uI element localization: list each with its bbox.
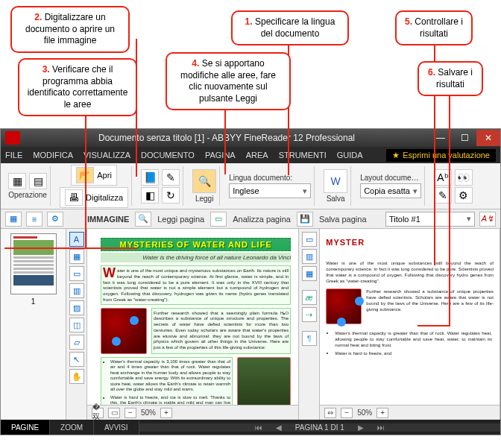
menu-view[interactable]: VISUALIZZA: [84, 151, 130, 160]
style-select[interactable]: Titolo #1: [385, 212, 475, 227]
save-page-icon[interactable]: 💾: [297, 212, 313, 227]
ribbon-read: 🔍 Leggi: [189, 166, 220, 206]
menu-area[interactable]: AREA: [246, 151, 268, 160]
menu-document[interactable]: DOCUMENTO: [141, 151, 195, 160]
ribbon-open-scan: 📂Apri 🖶Digitalizza: [57, 166, 132, 206]
fit-page-icon[interactable]: ▭: [108, 408, 120, 418]
gear-icon[interactable]: ⚙: [455, 187, 473, 204]
analyze-page-label[interactable]: Analizza pagina: [231, 215, 292, 224]
status-bar: PAGINE ZOOM AVVISI ⏮ ◀ PAGINA 1 DI 1 ▶ ⏭: [1, 420, 500, 435]
waterfall-image: [237, 357, 291, 406]
ribbon-language: Lingua documento: Inglese: [226, 166, 315, 206]
menu-page[interactable]: PAGINA: [205, 151, 236, 160]
next-error-icon[interactable]: ⇢: [302, 307, 317, 322]
text-table-icon[interactable]: ▦: [302, 266, 317, 281]
secondary-toolbar: ▦ ≡ ⚙ IMMAGINE 🔍Leggi pagina ▭Analizza p…: [1, 209, 500, 229]
close-button[interactable]: ✕: [476, 130, 500, 146]
pointer-icon[interactable]: ↖: [69, 352, 84, 367]
view-thumbs-icon[interactable]: ▦: [5, 212, 22, 227]
fit-width-icon[interactable]: �双: [92, 408, 104, 418]
ribbon-layout: Layout docume… Copia esatta: [357, 166, 425, 206]
zoom-out-icon-2[interactable]: −: [341, 408, 353, 418]
ribbon-save: W Salva: [321, 166, 351, 206]
word-icon[interactable]: W: [324, 169, 347, 193]
text-para-2: Further research showed a substance of u…: [366, 288, 494, 324]
zoom-in-icon-2[interactable]: +: [376, 408, 388, 418]
read-icon[interactable]: 🔍: [192, 169, 216, 193]
analyze-page-icon[interactable]: ▭: [210, 212, 227, 227]
read-page-label[interactable]: Leggi pagina: [156, 215, 206, 224]
image-page[interactable]: MYSTERIES OF WATER AND LIFE Water is the…: [87, 229, 298, 405]
status-pages[interactable]: PAGINE: [1, 420, 50, 435]
rotate-icon[interactable]: ↻: [162, 187, 180, 204]
workspace: 1 A ▦ ▭ ▥ ▨ ◫ ▱ ↖ ✋ MYSTERIES OF WATER A…: [1, 229, 500, 420]
area-text-icon[interactable]: A: [69, 232, 84, 247]
zoom-value: 50%: [141, 408, 156, 417]
view-props-icon[interactable]: ⚙: [47, 212, 63, 227]
status-warnings[interactable]: AVVISI: [94, 420, 139, 435]
callout-6: 6. Salvare i risultati: [418, 61, 483, 96]
text-pic-icon[interactable]: ▥: [302, 249, 317, 264]
style-edit-icon[interactable]: A↯: [479, 212, 496, 227]
doc-para-1: Water is one of the most unique and myst…: [101, 265, 291, 305]
layout-select[interactable]: Copia esatta: [360, 183, 421, 198]
status-zoom[interactable]: ZOOM: [50, 420, 94, 435]
read-page-icon[interactable]: 🔍: [135, 212, 151, 227]
language-select[interactable]: Inglese: [229, 183, 311, 198]
text-bullets: Water's thermal capacity is greater than…: [326, 329, 494, 359]
menu-edit[interactable]: MODIFICA: [33, 151, 73, 160]
doc-title: MYSTERIES OF WATER AND LIFE: [101, 238, 291, 251]
ribbon-extras: Aᵇ👀 ✎⚙: [431, 166, 476, 206]
area-bg-icon[interactable]: ▨: [69, 300, 84, 315]
zoom-in-icon[interactable]: +: [160, 408, 172, 418]
nav-first-icon[interactable]: ⏮: [255, 423, 262, 432]
text-zoombar: ⇔ − 50% +: [320, 405, 500, 420]
area-recog-icon[interactable]: ◫: [69, 318, 84, 332]
area-barcode-icon[interactable]: ▥: [69, 283, 84, 298]
view-list-icon[interactable]: ≡: [26, 212, 42, 227]
text-page[interactable]: MYSTER Water is one of the most unique s…: [320, 229, 500, 405]
save-page-label[interactable]: Salva pagina: [318, 215, 368, 224]
callout-3: 3. Verificare che il programma abbia ide…: [18, 58, 137, 116]
crop-icon[interactable]: ◧: [141, 187, 159, 204]
page-thumbnail[interactable]: [10, 233, 57, 294]
binoc-icon[interactable]: 👀: [455, 169, 473, 186]
zoom-out-icon[interactable]: −: [125, 408, 136, 418]
area-delete-icon[interactable]: ▱: [69, 335, 84, 350]
nav-prev-icon[interactable]: ◀: [276, 423, 282, 432]
pilcrow-icon[interactable]: ¶: [302, 331, 317, 346]
verify-icon[interactable]: æ: [302, 290, 317, 305]
menu-tools[interactable]: STRUMENTI: [279, 151, 327, 160]
star-icon: ★: [392, 151, 400, 160]
rate-button[interactable]: ★Esprimi una valutazione: [386, 149, 496, 162]
nav-last-icon[interactable]: ⏭: [377, 423, 385, 432]
nav-next-icon[interactable]: ▶: [358, 423, 364, 432]
titlebar: Documento senza titolo [1] - ABBYY FineR…: [1, 129, 500, 147]
open-doc-icon[interactable]: ▤: [29, 173, 47, 189]
status-nav: ⏮ ◀ PAGINA 1 DI 1 ▶ ⏭: [139, 423, 500, 432]
area-pic-icon[interactable]: ▭: [69, 266, 84, 281]
doc-bullets: Water's thermal capacity is 3,100 times …: [101, 357, 233, 406]
image-pane: MYSTERIES OF WATER AND LIFE Water is the…: [87, 229, 299, 420]
image-zoombar: �双 ▭ − 50% +: [87, 405, 298, 420]
text-tool-column: ▭ ▥ ▦ æ ⇢ ¶: [299, 229, 320, 420]
area-table-icon[interactable]: ▦: [69, 249, 84, 264]
digitize-button[interactable]: 🖶Digitalizza: [60, 187, 128, 208]
menu-help[interactable]: GUIDA: [337, 151, 363, 160]
hand-icon[interactable]: ✋: [69, 369, 84, 384]
molecule-image: [101, 308, 147, 354]
wand-icon[interactable]: ✎: [162, 169, 180, 186]
book-icon[interactable]: 📘: [141, 169, 159, 186]
menu-file[interactable]: FILE: [5, 151, 22, 160]
ribbon: ▦ ▤ Operazione 📂Apri 🖶Digitalizza 📘✎ ◧↻ …: [1, 163, 500, 209]
app-window: Documento senza titolo [1] - ABBYY FineR…: [0, 128, 501, 435]
text-area-icon[interactable]: ▭: [302, 232, 317, 247]
open-button[interactable]: 📂Apri: [71, 165, 117, 186]
menubar: FILE MODIFICA VISUALIZZA DOCUMENTO PAGIN…: [1, 147, 500, 163]
callout-4: 4. Se si apportano modifiche alle aree, …: [166, 52, 291, 110]
doc-para-2: Further research showed that a seemingly…: [151, 308, 291, 354]
fit-width-icon-2[interactable]: ⇔: [324, 408, 336, 418]
maximize-button[interactable]: ☐: [453, 130, 476, 146]
zoom-value-2: 50%: [357, 408, 372, 417]
doc-icon[interactable]: ▦: [8, 173, 26, 189]
